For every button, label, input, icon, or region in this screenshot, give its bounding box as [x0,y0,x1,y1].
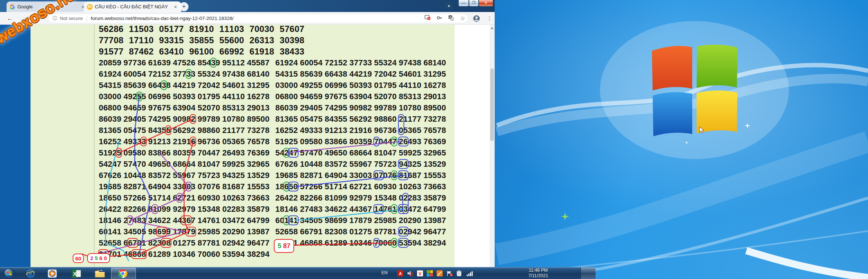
lotto-number: 18146 [275,203,298,215]
digit-highlight-box [127,215,133,225]
digit-highlight-box [398,159,409,169]
lotto-number: 15348 [374,192,397,203]
lotto-number: 61289 [148,248,171,260]
tab-search-button[interactable]: ▼ [445,2,453,11]
lotto-number: 16278 [423,80,446,91]
lotto-number: 20290 [399,215,421,226]
lotto-number: 55324 [198,68,220,80]
lotto-number: 64904 [148,181,171,192]
lotto-number: 82871 [300,170,323,181]
lotto-number: 44219 [349,68,372,80]
lotto-number: 49255 [123,91,146,102]
lotto-number: 86039 [275,102,298,113]
ie-icon[interactable]: e [25,268,36,278]
scroll-up-icon[interactable] [491,27,494,29]
page-scrollbar[interactable] [490,25,495,267]
lotto-number: 70060 [198,248,220,260]
scroll-thumb[interactable] [490,68,494,141]
lotto-number: 14761 [198,215,220,226]
taskbar-clock[interactable]: 11:46 PM 7/11/2021 [509,268,567,279]
digit-highlight-box [156,227,167,236]
lotto-number: 01275 [173,237,195,248]
lotto-number: 91213 [325,125,347,136]
maximize-button[interactable]: ❐ [469,0,479,7]
mouse-cursor [699,126,705,134]
lotto-number: 31295 [423,68,446,80]
lotto-number: 49650 [325,147,347,158]
lotto-number: 25985 [374,215,397,226]
avatar-icon[interactable] [473,15,480,22]
lotto-number: 84355 [325,113,347,125]
lotto-number: 97736 [123,57,146,68]
lotto-number: 85639 [300,68,323,80]
lotto-number: 85313 [222,102,245,113]
action-center-flag-icon[interactable]: x [446,270,453,276]
lotto-number: 96477 [247,237,269,248]
language-indicator[interactable]: EN [381,270,388,275]
svg-text:x: x [451,274,452,276]
lotto-number: 52658 [99,237,121,248]
lotto-number: 87462 [129,46,154,57]
show-desktop-button[interactable] [580,267,596,279]
lotto-number: 10780 [399,102,421,113]
lotto-number: 83572 [325,158,347,170]
callout-digit: 60 [75,255,81,262]
wmp-icon[interactable] [47,268,57,278]
lotto-number: 76369 [247,147,269,158]
lotto-number: 49255 [300,80,323,91]
start-button[interactable] [4,268,14,278]
v-checker-icon[interactable]: V [417,270,423,276]
chrome-icon[interactable] [118,269,128,279]
clipboard-icon[interactable] [456,270,462,276]
lotto-number: 52070 [374,91,397,102]
info-icon[interactable]: ⓘ [53,15,57,22]
excel-icon[interactable]: X [71,268,81,278]
lotto-number: 21177 [222,125,245,136]
tab-close-icon[interactable]: ✕ [173,4,178,10]
lotto-number: 11103 [219,25,244,35]
lotto-number: 56292 [173,125,195,136]
translate-icon[interactable]: A文 [447,15,455,22]
lotto-number: 30398 [280,35,304,46]
explorer-icon[interactable] [94,268,105,278]
lotto-number: 83866 [325,136,347,147]
lotto-number: 47526 [173,57,195,68]
lotto-number: 66438 [148,80,171,91]
xs-favicon: XS [87,4,93,10]
menu-dots-icon[interactable]: ⋮ [486,15,493,22]
lotto-number: 89500 [247,113,269,125]
lotto-number: 26493 [222,147,245,158]
lotto-number: 83572 [148,170,171,181]
taskbar: e X EN A V [0,267,596,279]
address-bar[interactable]: ⓘ Not secure | forum.webxoso.net/threads… [48,13,469,23]
lotto-number: 68664 [349,147,372,158]
pen-tool-icon[interactable] [437,270,443,276]
card-remove-icon[interactable]: x [424,15,431,22]
digit-highlight-box [398,204,409,214]
lotto-number: 87781 [198,237,220,248]
antivirus-icon[interactable] [427,270,433,276]
lotto-number: 38433 [280,46,304,57]
digit-highlight-box [398,238,409,248]
network-signal-icon[interactable] [466,270,472,276]
url-text[interactable]: forum.webxoso.net/threads/cau-dac-biet-n… [91,16,234,21]
close-button[interactable]: ✕ [479,0,493,7]
new-tab-button[interactable]: + [179,2,188,11]
lotto-number: 76578 [247,136,269,147]
tab-cau-keo[interactable]: XS CẦU KÈO - CẦU ĐẶC BIỆT NGÀY ✕ [84,1,181,12]
star-icon[interactable]: ☆ [459,15,466,22]
lotto-number: 15348 [198,203,220,215]
number-row: 1814627483346224436714761034726479960141… [0,215,472,226]
lotto-number: 33003 [349,170,372,181]
volume-muted-icon[interactable] [407,270,413,276]
lotto-number: 57470 [300,147,323,158]
lotto-number: 06800 [99,102,121,113]
lotto-number: 51925 [275,136,298,147]
adobe-reader-icon[interactable]: A [397,270,403,276]
lotto-number: 90982 [349,102,372,113]
lotto-number: 76369 [423,136,446,147]
lotto-number: 81687 [222,181,245,192]
white-sparkle-small [685,141,688,144]
minimize-button[interactable]: — [458,0,469,7]
key-icon[interactable] [436,15,443,22]
